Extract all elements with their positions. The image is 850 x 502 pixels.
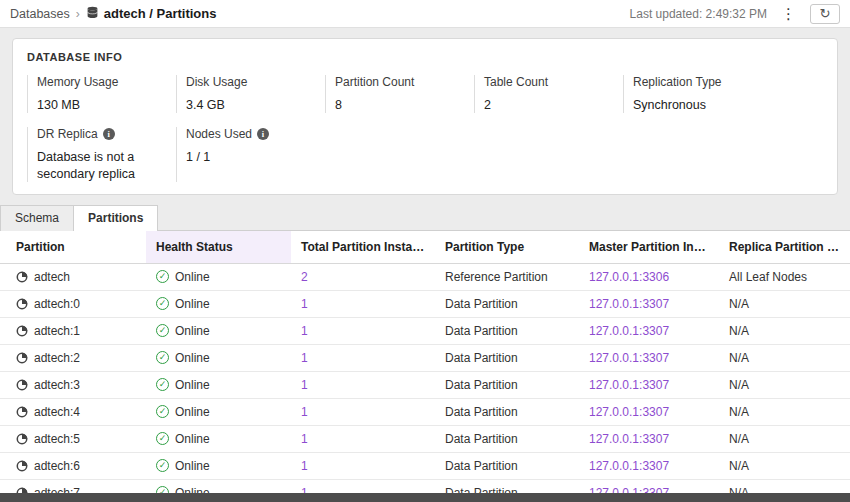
health-status-text: Online bbox=[175, 378, 210, 392]
total-instances-link[interactable]: 1 bbox=[301, 432, 308, 446]
partition-cell: adtech:4 bbox=[0, 398, 146, 425]
partition-type-cell: Data Partition bbox=[435, 344, 579, 371]
table-row: adtech:0Online1Data Partition127.0.0.1:3… bbox=[0, 290, 850, 317]
health-status-cell: Online bbox=[146, 371, 291, 398]
master-instance-cell: 127.0.0.1:3307 bbox=[579, 371, 719, 398]
replica-instance-cell: N/A bbox=[719, 371, 850, 398]
column-header-health-status[interactable]: Health Status bbox=[146, 231, 291, 264]
total-instances-link[interactable]: 1 bbox=[301, 405, 308, 419]
column-header-total-instances[interactable]: Total Partition Instances bbox=[291, 231, 435, 264]
partition-name: adtech:5 bbox=[34, 432, 80, 446]
table-row: adtech:1Online1Data Partition127.0.0.1:3… bbox=[0, 317, 850, 344]
partition-type-cell: Reference Partition bbox=[435, 263, 579, 290]
column-header-partition[interactable]: Partition bbox=[0, 231, 146, 264]
breadcrumb-separator: › bbox=[76, 7, 80, 21]
tab-partitions[interactable]: Partitions bbox=[74, 205, 158, 231]
master-instance-cell: 127.0.0.1:3306 bbox=[579, 263, 719, 290]
partition-pie-icon bbox=[16, 460, 28, 472]
page-title: adtech / Partitions bbox=[86, 6, 217, 22]
database-info-card: DATABASE INFO Memory Usage 130 MB Disk U… bbox=[12, 38, 838, 195]
column-header-master-instance[interactable]: Master Partition Instance ... bbox=[579, 231, 719, 264]
stat-label: Table Count bbox=[484, 75, 623, 89]
master-instance-cell: 127.0.0.1:3307 bbox=[579, 398, 719, 425]
table-row: adtech:6Online1Data Partition127.0.0.1:3… bbox=[0, 452, 850, 479]
online-check-icon bbox=[156, 270, 169, 283]
table-row: adtech:4Online1Data Partition127.0.0.1:3… bbox=[0, 398, 850, 425]
health-status-cell: Online bbox=[146, 317, 291, 344]
partition-name: adtech:2 bbox=[34, 351, 80, 365]
horizontal-scrollbar[interactable] bbox=[0, 493, 850, 502]
health-status-text: Online bbox=[175, 432, 210, 446]
tab-schema[interactable]: Schema bbox=[0, 205, 74, 231]
master-instance-link[interactable]: 127.0.0.1:3307 bbox=[589, 324, 669, 338]
health-status-cell: Online bbox=[146, 344, 291, 371]
stat-nodes-used: Nodes Used 1 / 1 bbox=[176, 127, 325, 182]
online-check-icon bbox=[156, 324, 169, 337]
partition-pie-icon bbox=[16, 271, 28, 283]
health-status-cell: Online bbox=[146, 398, 291, 425]
partition-cell: adtech:2 bbox=[0, 344, 146, 371]
online-check-icon bbox=[156, 297, 169, 310]
refresh-button[interactable]: ↻ bbox=[810, 4, 840, 24]
table-row: adtech:2Online1Data Partition127.0.0.1:3… bbox=[0, 344, 850, 371]
master-instance-link[interactable]: 127.0.0.1:3307 bbox=[589, 297, 669, 311]
partition-pie-icon bbox=[16, 379, 28, 391]
tab-bar: Schema Partitions bbox=[0, 205, 850, 230]
info-icon[interactable] bbox=[103, 128, 115, 140]
stat-label-text: Nodes Used bbox=[186, 127, 252, 141]
database-icon bbox=[86, 6, 99, 22]
online-check-icon bbox=[156, 432, 169, 445]
master-instance-link[interactable]: 127.0.0.1:3307 bbox=[589, 432, 669, 446]
total-instances-link[interactable]: 2 bbox=[301, 270, 308, 284]
total-instances-link[interactable]: 1 bbox=[301, 378, 308, 392]
total-instances-cell: 1 bbox=[291, 452, 435, 479]
master-instance-link[interactable]: 127.0.0.1:3307 bbox=[589, 405, 669, 419]
kebab-menu-icon[interactable]: ⋮ bbox=[777, 6, 800, 21]
last-updated-text: Last updated: 2:49:32 PM bbox=[630, 7, 767, 21]
stat-label: Memory Usage bbox=[37, 75, 176, 89]
total-instances-cell: 1 bbox=[291, 371, 435, 398]
stat-label: Partition Count bbox=[335, 75, 474, 89]
stat-value: Database is not a secondary replica bbox=[37, 149, 169, 182]
partition-name: adtech:1 bbox=[34, 324, 80, 338]
replica-instance-cell: N/A bbox=[719, 317, 850, 344]
master-instance-link[interactable]: 127.0.0.1:3306 bbox=[589, 270, 669, 284]
partition-cell: adtech:5 bbox=[0, 425, 146, 452]
health-status-cell: Online bbox=[146, 452, 291, 479]
total-instances-link[interactable]: 1 bbox=[301, 351, 308, 365]
total-instances-cell: 1 bbox=[291, 317, 435, 344]
column-header-replica-instance[interactable]: Replica Partition Instance ... bbox=[719, 231, 850, 264]
replica-instance-cell: N/A bbox=[719, 344, 850, 371]
total-instances-cell: 1 bbox=[291, 398, 435, 425]
stat-label: DR Replica bbox=[37, 127, 176, 141]
stat-partition-count: Partition Count 8 bbox=[325, 75, 474, 113]
master-instance-link[interactable]: 127.0.0.1:3307 bbox=[589, 351, 669, 365]
health-status-text: Online bbox=[175, 351, 210, 365]
total-instances-link[interactable]: 1 bbox=[301, 459, 308, 473]
partition-name: adtech:3 bbox=[34, 378, 80, 392]
breadcrumb-databases-link[interactable]: Databases bbox=[10, 7, 70, 21]
breadcrumb: Databases › adtech / Partitions bbox=[10, 6, 216, 22]
column-header-partition-type[interactable]: Partition Type bbox=[435, 231, 579, 264]
replica-instance-cell: N/A bbox=[719, 290, 850, 317]
health-status-text: Online bbox=[175, 459, 210, 473]
partition-name: adtech:0 bbox=[34, 297, 80, 311]
partition-name: adtech:4 bbox=[34, 405, 80, 419]
partition-type-cell: Data Partition bbox=[435, 290, 579, 317]
total-instances-link[interactable]: 1 bbox=[301, 324, 308, 338]
table-header-row: Partition Health Status Total Partition … bbox=[0, 231, 850, 264]
stat-label: Nodes Used bbox=[186, 127, 325, 141]
health-status-cell: Online bbox=[146, 425, 291, 452]
partition-type-cell: Data Partition bbox=[435, 398, 579, 425]
partition-name: adtech:6 bbox=[34, 459, 80, 473]
stat-value: 2 bbox=[484, 97, 623, 113]
info-icon[interactable] bbox=[257, 128, 269, 140]
total-instances-link[interactable]: 1 bbox=[301, 297, 308, 311]
stat-value: 8 bbox=[335, 97, 474, 113]
partition-pie-icon bbox=[16, 325, 28, 337]
master-instance-link[interactable]: 127.0.0.1:3307 bbox=[589, 459, 669, 473]
total-instances-cell: 1 bbox=[291, 344, 435, 371]
partition-name: adtech bbox=[34, 270, 70, 284]
master-instance-link[interactable]: 127.0.0.1:3307 bbox=[589, 378, 669, 392]
table-row: adtechOnline2Reference Partition127.0.0.… bbox=[0, 263, 850, 290]
